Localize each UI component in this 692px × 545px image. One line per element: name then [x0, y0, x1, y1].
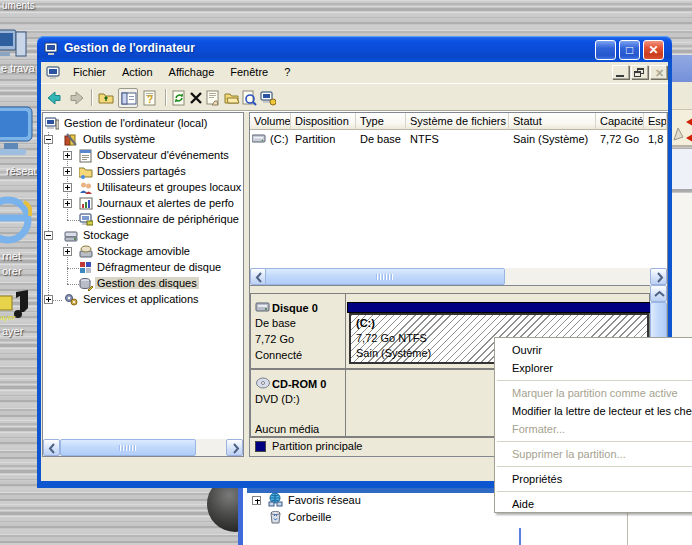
recycle-bin-icon [268, 509, 283, 524]
menu-affichage[interactable]: Affichage [161, 62, 223, 84]
column-header-disposition[interactable]: Disposition [291, 113, 356, 130]
scroll-right-button[interactable] [226, 439, 243, 456]
context-menu-item-aide[interactable]: Aide [495, 495, 692, 513]
mdi-minimize-button[interactable] [612, 65, 629, 79]
favoris-reseau-desktop-label[interactable]: réseau [6, 165, 40, 177]
show-hide-tree-button[interactable] [118, 88, 138, 108]
computer-button[interactable] [258, 88, 278, 108]
context-menu-item-ouvrir[interactable]: Ouvrir [495, 341, 692, 359]
cdrom-info-panel[interactable]: CD-ROM 0 DVD (D:) Aucun média [251, 370, 346, 436]
list-horizontal-scrollbar[interactable] [250, 268, 667, 285]
media-player-label[interactable]: ayer [2, 325, 23, 337]
expand-toggle[interactable] [44, 295, 53, 304]
mdi-restore-button[interactable] [631, 65, 648, 79]
tree-item-label: Stockage amovible [95, 245, 192, 257]
volume-cell-disposition[interactable]: Partition [291, 132, 356, 147]
help-button[interactable]: ? [140, 88, 160, 108]
back-button[interactable] [44, 88, 64, 108]
find-button[interactable] [239, 88, 259, 108]
expand-toggle[interactable] [44, 231, 53, 240]
internet-explorer-label-line1[interactable]: rnet [2, 250, 21, 262]
menu-fentre[interactable]: Fenêtre [222, 62, 276, 84]
scroll-left-button[interactable] [43, 439, 60, 456]
properties-button[interactable] [203, 88, 223, 108]
scroll-right-button[interactable] [650, 268, 667, 285]
disk0-name: Disque 0 [272, 301, 318, 314]
computer-icon [45, 117, 59, 131]
favoris-reseau-desktop-icon[interactable] [0, 103, 34, 161]
forward-button[interactable] [67, 88, 87, 108]
primary-partition-color [255, 441, 266, 452]
volume-cell-capacite[interactable]: 7,72 Go [596, 132, 644, 147]
internet-explorer-icon[interactable] [0, 192, 32, 248]
maximize-button[interactable]: □ [619, 40, 640, 60]
column-header-volume[interactable]: Volume [250, 113, 291, 130]
internet-explorer-label-line2[interactable]: orer [2, 265, 22, 277]
volume-cell-statut[interactable]: Sain (Système) [509, 132, 596, 147]
scroll-thumb[interactable] [265, 268, 505, 285]
volume-cell-fs[interactable]: NTFS [406, 132, 509, 147]
disk0-size: 7,72 Go [255, 333, 345, 346]
column-header-statut[interactable]: Statut [509, 113, 596, 130]
console-tree-pane: Gestion de l'ordinateur (local)Outils sy… [42, 112, 244, 457]
tree-item-stockage-amovible[interactable]: Stockage amovible [43, 244, 243, 260]
expand-toggle[interactable] [63, 183, 72, 192]
background-window-band [672, 110, 692, 147]
defrag-icon [79, 261, 93, 275]
storage-icon [64, 229, 78, 243]
cdrom-blank [255, 409, 345, 420]
up-one-level-button[interactable] [96, 88, 116, 108]
expand-toggle[interactable] [252, 496, 261, 505]
menu-?[interactable]: ? [276, 62, 298, 84]
tree-item-utilisateurs-et-groupes-locaux[interactable]: Utilisateurs et groupes locaux [43, 180, 243, 196]
mdi-window-icon[interactable] [46, 65, 62, 81]
close-button[interactable]: ✕ [643, 40, 664, 60]
poste-de-travail-icon[interactable] [0, 28, 30, 62]
expand-toggle[interactable] [63, 167, 72, 176]
expand-toggle[interactable] [44, 135, 53, 144]
title-bar[interactable]: Gestion de l'ordinateur _ □ ✕ [37, 36, 672, 62]
volume-cell-volume[interactable]: (C:) [250, 132, 291, 147]
tree-item-stockage[interactable]: Stockage [43, 228, 243, 244]
tree-item-dossiers-partag-s[interactable]: Dossiers partagés [43, 164, 243, 180]
menu-fichier[interactable]: Fichier [65, 62, 114, 84]
tree-item-gestion-de-l-ordinateur-local-[interactable]: Gestion de l'ordinateur (local) [43, 116, 243, 132]
column-header-capacite[interactable]: Capacité [596, 113, 644, 130]
media-player-icon[interactable]: layer [0, 288, 30, 324]
scroll-thumb[interactable] [60, 439, 196, 456]
context-menu-item-propri-t-s[interactable]: Propriétés [495, 470, 692, 488]
column-header-fs[interactable]: Système de fichiers [406, 113, 509, 130]
expand-toggle[interactable] [63, 151, 72, 160]
disk0-status: Connecté [255, 349, 345, 362]
scroll-up-button[interactable] [650, 285, 667, 302]
tree-item-journaux-et-alertes-de-perfo[interactable]: Journaux et alertes de perfo [43, 196, 243, 212]
volume-cell-esp[interactable]: 1,8 [644, 132, 667, 147]
background-window-titlebar [672, 55, 692, 82]
column-header-type[interactable]: Type [356, 113, 406, 130]
tree-horizontal-scrollbar[interactable] [43, 439, 243, 456]
disk0-info-panel[interactable]: Disque 0 De base 7,72 Go Connecté [251, 294, 346, 368]
tree-item-gestion-des-disques[interactable]: Gestion des disques [43, 276, 243, 292]
mdi-close-button[interactable]: ✕ [650, 65, 667, 79]
tree-item-d-fragmenteur-de-disque[interactable]: Défragmenteur de disque [43, 260, 243, 276]
tree-item-services-et-applications[interactable]: Services et applications [43, 292, 243, 308]
expand-toggle[interactable] [63, 247, 72, 256]
minimize-button[interactable]: _ [595, 40, 616, 60]
volume-cell-type[interactable]: De base [356, 132, 406, 147]
context-menu-item-explorer[interactable]: Explorer [495, 359, 692, 377]
explorer-item-label: Favoris réseau [288, 494, 361, 506]
performance-icon [79, 197, 93, 211]
expand-toggle[interactable] [63, 199, 72, 208]
column-header-esp[interactable]: Esp [644, 113, 667, 130]
tree-item-gestionnaire-de-p-riph-rique[interactable]: Gestionnaire de périphérique [43, 212, 243, 228]
context-menu-item-marquer-la-partition-comme-active: Marquer la partition comme active [495, 384, 692, 402]
poste-de-travail-label[interactable]: e trava [1, 62, 35, 74]
menu-action[interactable]: Action [114, 62, 161, 84]
tree-item-label: Utilisateurs et groupes locaux [95, 181, 243, 193]
menu-separator [497, 380, 692, 381]
tree-item-outils-syst-me[interactable]: Outils système [43, 132, 243, 148]
context-menu-item-modifier-la-lettre-de-lecteur-et-les-chen[interactable]: Modifier la lettre de lecteur et les che… [495, 402, 692, 420]
cd-icon [255, 377, 271, 389]
tree-item-observateur-d-v-nements[interactable]: Observateur d'événements [43, 148, 243, 164]
tree-item-label: Défragmenteur de disque [95, 261, 223, 273]
